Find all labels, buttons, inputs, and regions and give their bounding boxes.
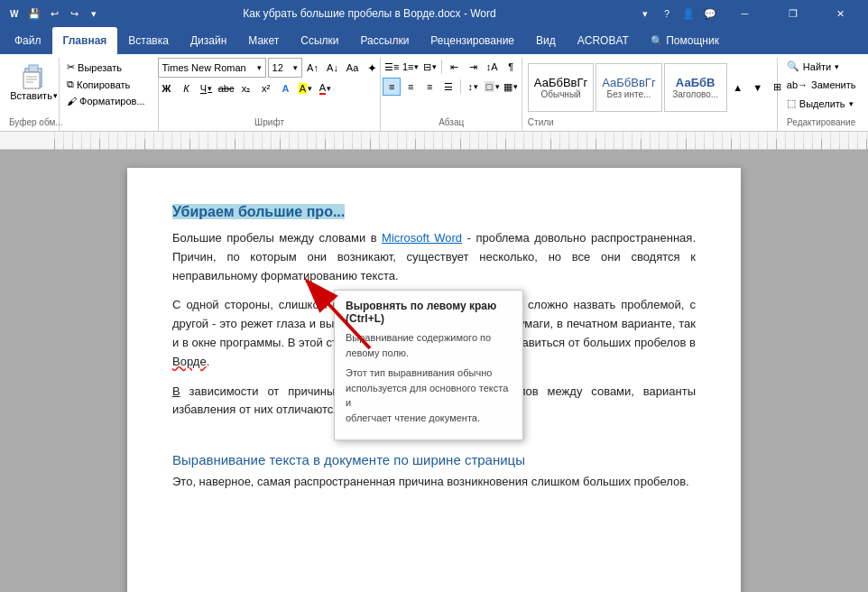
tooltip-text2: Этот тип выравнивания обычно используетс… (346, 365, 512, 425)
svg-rect-11 (54, 132, 868, 150)
select-icon: ⬚ (787, 97, 796, 109)
tab-acrobat[interactable]: ACROBAT (567, 27, 640, 54)
ruler-marks (54, 132, 868, 149)
subscript-button[interactable]: x₂ (237, 79, 255, 97)
copy-icon: ⧉ (67, 79, 74, 90)
comment-icon[interactable]: 💬 (703, 6, 717, 21)
select-button[interactable]: ⬚ Выделить ▾ (781, 95, 859, 112)
style-no-spacing[interactable]: АаБбВвГг Без инте... (596, 63, 661, 112)
increase-font-button[interactable]: A↑ (304, 59, 322, 77)
format-painter-button[interactable]: 🖌 Форматиров... (63, 94, 148, 108)
align-right-button[interactable]: ≡ (420, 78, 439, 96)
superscript-button[interactable]: x² (257, 79, 275, 97)
style-normal[interactable]: АаБбВвГг Обычный (528, 63, 594, 112)
strikethrough-button[interactable]: abc (217, 79, 235, 97)
replace-button[interactable]: ab→ Заменить (781, 77, 862, 93)
justify-button[interactable]: ☰ (439, 78, 457, 96)
copy-button[interactable]: ⧉ Копировать (63, 77, 148, 92)
clear-format-button[interactable]: ✦ (364, 59, 382, 77)
cut-button[interactable]: ✂ Вырезать (63, 60, 148, 75)
replace-icon: ab→ (787, 79, 808, 90)
tab-review[interactable]: Рецензирование (420, 27, 525, 54)
word-icon: W (7, 6, 22, 21)
sort-button[interactable]: ↕A (483, 58, 501, 76)
editing-group: 🔍 Найти ▾ ab→ Заменить ⬚ Выделить ▾ Реда… (778, 58, 864, 131)
tab-references[interactable]: Ссылки (290, 27, 349, 54)
tab-assistant[interactable]: 🔍 Помощник (640, 27, 730, 54)
paste-dropdown-arrow[interactable]: ▾ (53, 91, 58, 100)
ribbon-toggle[interactable]: ▾ (638, 6, 652, 21)
svg-text:W: W (10, 9, 19, 19)
highlight-button[interactable]: A▾ (297, 79, 315, 97)
decrease-indent-button[interactable]: ⇤ (445, 58, 463, 76)
customize-icon[interactable]: ▾ (87, 6, 101, 21)
increase-indent-button[interactable]: ⇥ (464, 58, 482, 76)
bold-button[interactable]: Ж (158, 79, 176, 97)
minimize-button[interactable]: ─ (725, 0, 765, 27)
tooltip-title: Выровнять по левому краю (Ctrl+L) (346, 300, 512, 325)
tab-layout[interactable]: Макет (237, 27, 290, 54)
help-icon[interactable]: ? (660, 6, 674, 21)
svg-rect-3 (29, 65, 38, 72)
tab-mailings[interactable]: Рассылки (350, 27, 420, 54)
shading-button[interactable]: □▾ (483, 78, 501, 96)
text-effect-button[interactable]: A (277, 79, 295, 97)
v-underline: В (172, 384, 180, 398)
styles-scroll-up[interactable]: ▲ (729, 79, 747, 97)
tab-insert[interactable]: Вставка (117, 27, 180, 54)
user-icon[interactable]: 👤 (681, 6, 696, 21)
decrease-font-button[interactable]: A↓ (324, 59, 342, 77)
tab-file[interactable]: Файл (4, 27, 52, 54)
align-left-button[interactable]: ≡ (383, 78, 401, 96)
font-color-button[interactable]: A▾ (317, 79, 335, 97)
styles-scroll-down[interactable]: ▼ (749, 79, 767, 97)
format-painter-icon: 🖌 (67, 96, 77, 106)
para-row2: ≡ ≡ ≡ ☰ ↕▾ □▾ ▦▾ (383, 78, 520, 96)
multilevel-button[interactable]: ⊟▾ (420, 58, 439, 76)
font-label: Шрифт (254, 117, 284, 127)
window-title: Как убрать большие пробелы в Ворде.docx … (101, 7, 638, 20)
find-button[interactable]: 🔍 Найти ▾ (781, 58, 845, 75)
save-icon[interactable]: 💾 (27, 6, 42, 21)
underline-button[interactable]: Ч▾ (198, 79, 216, 97)
numbering-button[interactable]: 1≡▾ (402, 58, 420, 76)
paragraph-label: Абзац (439, 117, 464, 127)
borders-button[interactable]: ▦▾ (502, 78, 520, 96)
para4: Это, наверное, самая распространенная пр… (172, 473, 696, 492)
styles-group: АаБбВвГг Обычный АаБбВвГг Без инте... Аа… (522, 58, 779, 131)
section-title: Выравнивание текста в документе по ширин… (172, 452, 696, 467)
bullets-button[interactable]: ☰≡ (383, 58, 401, 76)
font-row1: Times New Roman ▾ 12 ▾ A↑ A↓ Aa ✦ (158, 58, 382, 78)
align-center-button[interactable]: ≡ (402, 78, 420, 96)
case-button[interactable]: Aa (344, 59, 362, 77)
line-spacing-button[interactable]: ↕▾ (464, 78, 482, 96)
style-heading1[interactable]: АаБбВ Заголово... (664, 63, 727, 112)
font-row2: Ж К Ч▾ abc x₂ x² A A▾ A▾ (158, 79, 335, 97)
paste-icon (20, 61, 49, 90)
font-group: Times New Roman ▾ 12 ▾ A↑ A↓ Aa ✦ Ж К Ч▾… (159, 58, 382, 131)
clipboard-label: Буфер обм... (9, 117, 63, 127)
styles-strip: АаБбВвГг Обычный АаБбВвГг Без инте... Аа… (528, 63, 787, 126)
restore-button[interactable]: ❐ (772, 0, 813, 27)
redo-icon[interactable]: ↪ (67, 6, 81, 21)
find-icon: 🔍 (787, 60, 799, 72)
document-title: Убираем большие про... (172, 204, 696, 220)
cut-icon: ✂ (67, 61, 75, 73)
tab-view[interactable]: Вид (525, 27, 567, 54)
undo-icon[interactable]: ↩ (47, 6, 61, 21)
font-size-dropdown[interactable]: 12 ▾ (268, 58, 302, 78)
font-name-dropdown[interactable]: Times New Roman ▾ (158, 58, 266, 78)
microsoft-link[interactable]: Microsoft Word (382, 231, 462, 245)
find-arrow: ▾ (835, 62, 839, 71)
clipboard-group: Вставить ▾ ✂ Вырезать ⧉ Копировать 🖌 Фор… (4, 58, 159, 131)
title-bar: W 💾 ↩ ↪ ▾ Как убрать большие пробелы в В… (0, 0, 868, 27)
tab-home[interactable]: Главная (52, 27, 118, 54)
tab-design[interactable]: Дизайн (180, 27, 237, 54)
show-marks-button[interactable]: ¶ (502, 58, 520, 76)
title-bar-right: ▾ ? 👤 💬 ─ ❐ ✕ (638, 0, 861, 27)
font-size-arrow: ▾ (293, 63, 298, 72)
close-button[interactable]: ✕ (820, 0, 861, 27)
italic-button[interactable]: К (178, 79, 196, 97)
clipboard-sub: ✂ Вырезать ⧉ Копировать 🖌 Форматиров... (60, 58, 152, 131)
styles-label: Стили (528, 117, 554, 127)
